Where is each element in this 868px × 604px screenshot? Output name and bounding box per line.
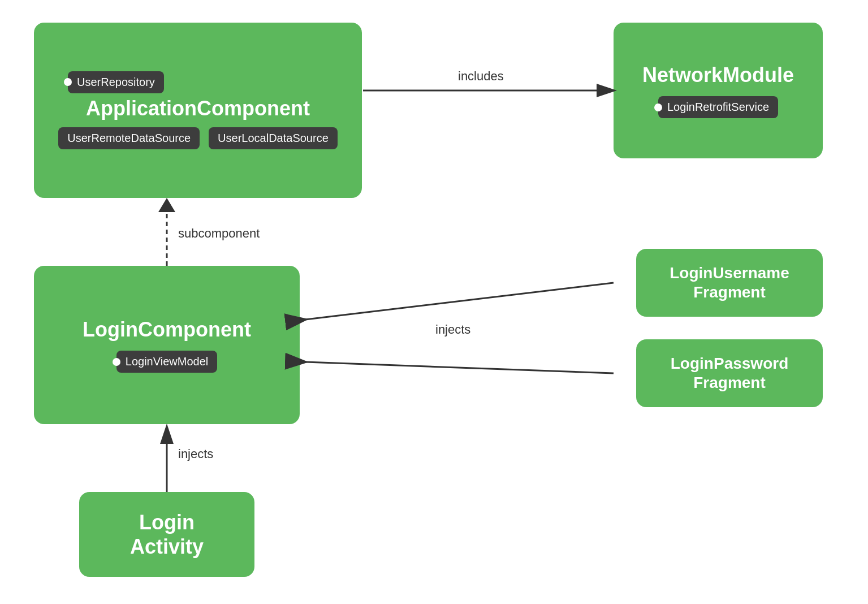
- application-component-title: ApplicationComponent: [86, 96, 310, 120]
- login-activity-title: LoginActivity: [130, 510, 204, 559]
- user-remote-datasource-badge: UserRemoteDataSource: [58, 127, 200, 149]
- network-module-title: NetworkModule: [642, 63, 794, 87]
- subcomponent-label: subcomponent: [178, 226, 260, 241]
- includes-label: includes: [458, 69, 504, 84]
- injects-horizontal-label: injects: [435, 322, 470, 337]
- login-password-fragment-title: LoginPasswordFragment: [671, 354, 788, 392]
- login-password-fragment-box: LoginPasswordFragment: [636, 339, 823, 407]
- login-component-box: LoginComponent LoginViewModel: [34, 266, 300, 424]
- login-retrofit-service-badge: LoginRetrofitService: [658, 96, 778, 118]
- subcomponent-arrowhead: [158, 198, 175, 212]
- login-viewmodel-badge: LoginViewModel: [116, 351, 217, 373]
- application-component-box: UserRepository ApplicationComponent User…: [34, 23, 362, 198]
- injects-username-arrow: [305, 283, 614, 320]
- user-local-datasource-badge: UserLocalDataSource: [209, 127, 338, 149]
- login-component-title: LoginComponent: [83, 317, 251, 342]
- injects-password-arrow: [305, 362, 614, 373]
- user-repository-badge: UserRepository: [68, 71, 164, 93]
- diagram-container: UserRepository ApplicationComponent User…: [0, 0, 868, 604]
- network-module-box: NetworkModule LoginRetrofitService: [614, 23, 823, 158]
- login-username-fragment-title: LoginUsernameFragment: [670, 264, 789, 301]
- injects-vertical-label: injects: [178, 447, 213, 461]
- login-username-fragment-box: LoginUsernameFragment: [636, 249, 823, 317]
- login-activity-box: LoginActivity: [79, 492, 254, 577]
